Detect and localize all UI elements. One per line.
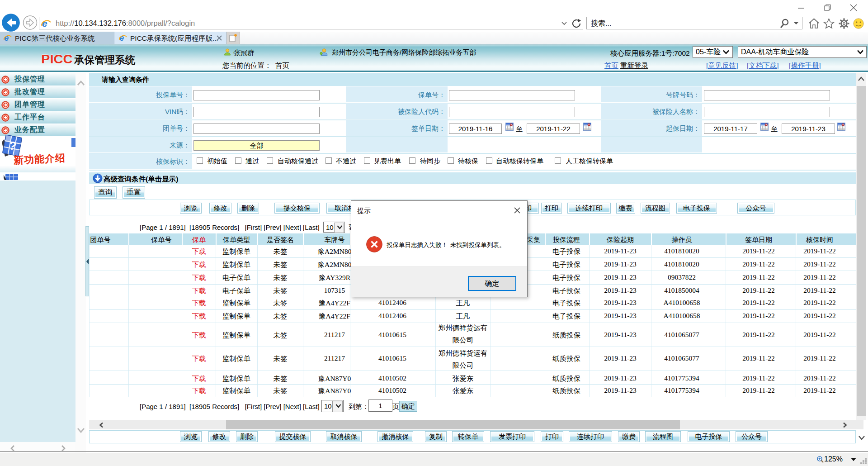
- svg-text:e: e: [42, 18, 47, 29]
- svg-text:e: e: [5, 33, 9, 43]
- svg-text:e: e: [120, 33, 124, 43]
